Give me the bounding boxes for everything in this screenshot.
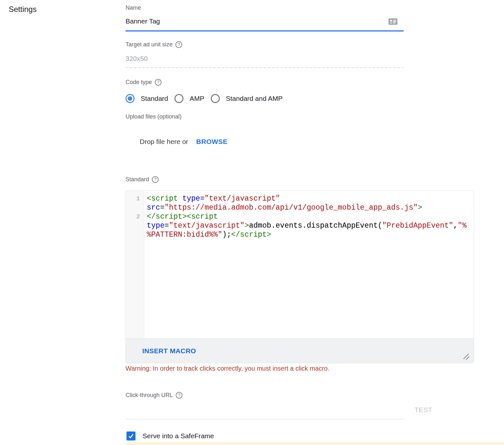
- help-icon[interactable]: [175, 41, 182, 48]
- checkmark-icon: [127, 432, 135, 440]
- help-icon[interactable]: [176, 392, 182, 399]
- upload-files-label: Upload files (optional): [126, 113, 182, 120]
- click-through-url-field: Click-through URL: [126, 392, 182, 399]
- target-ad-unit-size-label: Target ad unit size: [126, 41, 173, 48]
- code-editor-footer: INSERT MACRO: [126, 338, 474, 363]
- radio-label: Standard: [141, 95, 168, 102]
- contact-card-icon[interactable]: [388, 18, 398, 25]
- page-title: Settings: [9, 5, 37, 14]
- code-type-radio-group: Standard AMP Standard and AMP: [126, 93, 289, 104]
- browse-button[interactable]: BROWSE: [196, 138, 228, 146]
- standard-code-field: Standard: [126, 176, 159, 183]
- code-type-label: Code type: [126, 79, 152, 86]
- help-icon[interactable]: [155, 79, 162, 86]
- resize-handle-icon[interactable]: [462, 353, 470, 360]
- radio-button[interactable]: [126, 94, 135, 103]
- radio-label: Standard and AMP: [226, 95, 283, 102]
- safeframe-label: Serve into a SafeFrame: [143, 432, 214, 440]
- click-through-url-input[interactable]: [126, 419, 404, 419]
- radio-label: AMP: [190, 95, 204, 102]
- insert-macro-button[interactable]: INSERT MACRO: [142, 347, 196, 355]
- code-line: 1<script type="text/javascript" src="htt…: [126, 194, 474, 212]
- name-input[interactable]: Banner Tag: [126, 17, 160, 25]
- target-ad-unit-size-value: 320x50: [126, 54, 148, 63]
- target-ad-unit-size-field: Target ad unit size: [126, 41, 182, 48]
- radio-option-standard[interactable]: Standard: [126, 94, 168, 103]
- standard-code-label: Standard: [126, 176, 149, 183]
- code-type-field: Code type: [126, 79, 162, 86]
- radio-option-amp[interactable]: AMP: [174, 94, 204, 103]
- code-editor: 1<script type="text/javascript" src="htt…: [126, 191, 474, 363]
- code-line-text: </script><script type="text/javascript">…: [147, 212, 469, 239]
- file-drop-zone[interactable]: Drop file here or BROWSE: [140, 138, 228, 146]
- name-field-focus-underline: [126, 30, 404, 32]
- name-field-label: Name: [126, 4, 141, 11]
- test-button-disabled: TEST: [415, 406, 433, 414]
- code-line: 2</script><script type="text/javascript"…: [126, 212, 474, 239]
- radio-button[interactable]: [174, 94, 183, 103]
- safeframe-checkbox[interactable]: [126, 431, 135, 440]
- help-icon[interactable]: [152, 176, 159, 183]
- creative-settings-page: Settings Name Banner Tag Target ad unit …: [0, 0, 504, 445]
- line-number: 2: [126, 212, 144, 221]
- code-editor-lines: 1<script type="text/javascript" src="htt…: [126, 191, 474, 239]
- code-editor-textarea[interactable]: 1<script type="text/javascript" src="htt…: [126, 191, 474, 338]
- radio-button[interactable]: [211, 94, 220, 103]
- target-ad-unit-size-disabled-underline: [126, 67, 404, 68]
- line-number: 1: [126, 194, 144, 203]
- radio-option-standard-and-amp[interactable]: Standard and AMP: [211, 94, 283, 103]
- drop-file-text: Drop file here or: [140, 138, 188, 146]
- notice-bar: [126, 442, 504, 445]
- code-line-text: <script type="text/javascript" src="http…: [147, 194, 469, 212]
- click-macro-warning: Warning: In order to track clicks correc…: [126, 365, 330, 372]
- click-through-url-label: Click-through URL: [126, 392, 173, 399]
